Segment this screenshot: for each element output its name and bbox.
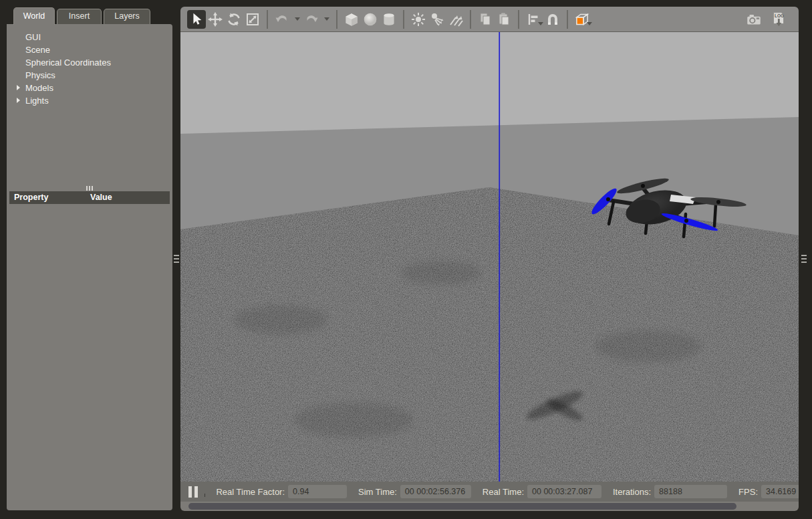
tree-item-models[interactable]: Models <box>7 82 172 94</box>
tree-item-physics[interactable]: Physics <box>7 69 172 82</box>
sim-time-field: Sim Time: 00 00:02:56.376 <box>358 485 471 498</box>
real-time-factor-field: Real Time Factor: 0.94 <box>216 485 347 498</box>
tab-insert[interactable]: Insert <box>57 9 102 24</box>
iterations-field: Iterations: 88188 <box>613 485 727 498</box>
view-angle-button[interactable] <box>573 10 591 29</box>
tree-item-lights[interactable]: Lights <box>7 94 172 107</box>
magnet-icon <box>545 11 561 27</box>
real-time-factor-value: 0.94 <box>288 485 347 498</box>
sim-time-label: Sim Time: <box>358 487 397 497</box>
insert-sphere-button[interactable] <box>361 10 380 29</box>
real-time-factor-label: Real Time Factor: <box>216 487 285 497</box>
fps-value: 34.6169 <box>761 485 799 498</box>
redo-icon <box>303 11 319 27</box>
insert-box-button[interactable] <box>342 10 361 29</box>
snap-button[interactable] <box>543 10 562 29</box>
toolbar: LOG <box>180 7 799 32</box>
cursor-arrow-icon <box>189 12 204 27</box>
iterations-value: 88188 <box>654 485 727 498</box>
simulation-status-bar: Real Time Factor: 0.94 Sim Time: 00 00:0… <box>180 482 799 502</box>
redo-dropdown-caret[interactable] <box>324 17 329 21</box>
left-splitter-handle[interactable] <box>174 255 179 263</box>
scene-tree: GUI Scene Spherical Coordinates Physics … <box>7 24 172 107</box>
point-light-button[interactable] <box>409 10 428 29</box>
property-table-header: Property Value <box>9 191 170 204</box>
toolbar-separator <box>567 10 568 29</box>
toolbar-separator <box>518 10 519 29</box>
toolbar-right-group: LOG <box>745 10 792 29</box>
sphere-icon <box>362 11 379 28</box>
tab-world[interactable]: World <box>13 7 55 25</box>
tree-item-gui[interactable]: GUI <box>7 31 172 43</box>
rotate-tool-button[interactable] <box>225 10 243 29</box>
viewport-3d[interactable] <box>180 32 799 482</box>
real-time-value: 00 00:03:27.087 <box>527 485 601 498</box>
point-light-icon <box>410 11 426 27</box>
paste-icon <box>496 11 512 27</box>
copy-icon <box>477 11 493 27</box>
property-splitter-handle[interactable] <box>86 186 93 191</box>
log-icon: LOG <box>770 11 787 28</box>
bottom-scroll-thumb[interactable] <box>188 503 736 510</box>
scale-icon <box>245 11 261 27</box>
translate-tool-button[interactable] <box>206 10 225 29</box>
expand-arrow-icon <box>17 98 20 103</box>
fps-label: FPS: <box>738 487 758 497</box>
value-column-header: Value <box>90 191 112 204</box>
rotate-icon <box>226 11 242 27</box>
directional-light-icon <box>448 11 464 27</box>
select-tool-button[interactable] <box>187 10 206 29</box>
toolbar-separator <box>403 10 404 29</box>
tree-item-label: Models <box>25 83 53 93</box>
insert-cylinder-button[interactable] <box>380 10 398 29</box>
cylinder-icon <box>380 11 398 28</box>
copy-button[interactable] <box>476 10 495 29</box>
pause-button[interactable] <box>188 486 198 498</box>
world-panel: GUI Scene Spherical Coordinates Physics … <box>7 24 172 510</box>
paste-button[interactable] <box>495 10 513 29</box>
tree-item-label: Lights <box>25 96 49 106</box>
tree-item-spherical-coordinates[interactable]: Spherical Coordinates <box>7 56 172 69</box>
iterations-label: Iterations: <box>613 487 651 497</box>
undo-dropdown-caret[interactable] <box>295 17 300 21</box>
tab-layers[interactable]: Layers <box>104 9 150 24</box>
log-icon-text: LOG <box>775 13 784 17</box>
tree-item-scene[interactable]: Scene <box>7 43 172 56</box>
screenshot-button[interactable] <box>745 10 763 29</box>
move-icon <box>207 11 223 27</box>
undo-icon <box>274 11 290 27</box>
align-button[interactable] <box>524 10 543 29</box>
vertical-axis-line <box>499 32 500 482</box>
box-icon <box>343 11 360 28</box>
toolbar-separator <box>267 10 268 29</box>
sim-time-value: 00 00:02:56.376 <box>400 485 471 498</box>
fps-field: FPS: 34.6169 <box>738 485 799 498</box>
real-time-label: Real Time: <box>483 487 524 497</box>
spot-light-button[interactable] <box>428 10 446 29</box>
toolbar-separator <box>336 10 337 29</box>
scale-tool-button[interactable] <box>243 10 262 29</box>
real-time-field: Real Time: 00 00:03:27.087 <box>483 485 601 498</box>
bottom-scroll-track <box>180 502 799 511</box>
log-record-button[interactable]: LOG <box>769 10 788 29</box>
sky <box>180 32 799 134</box>
align-dropdown-caret[interactable] <box>538 22 543 25</box>
expand-arrow-icon <box>17 85 20 90</box>
scene-render <box>180 32 799 482</box>
camera-icon <box>745 11 763 28</box>
undo-button[interactable] <box>273 10 291 29</box>
toolbar-separator <box>470 10 471 29</box>
directional-light-button[interactable] <box>446 10 465 29</box>
ground-plane <box>180 187 799 482</box>
right-splitter-handle[interactable] <box>801 255 807 263</box>
spot-light-icon <box>429 11 445 27</box>
property-column-header: Property <box>14 191 48 204</box>
view-angle-dropdown-caret[interactable] <box>587 22 592 25</box>
redo-button[interactable] <box>302 10 321 29</box>
